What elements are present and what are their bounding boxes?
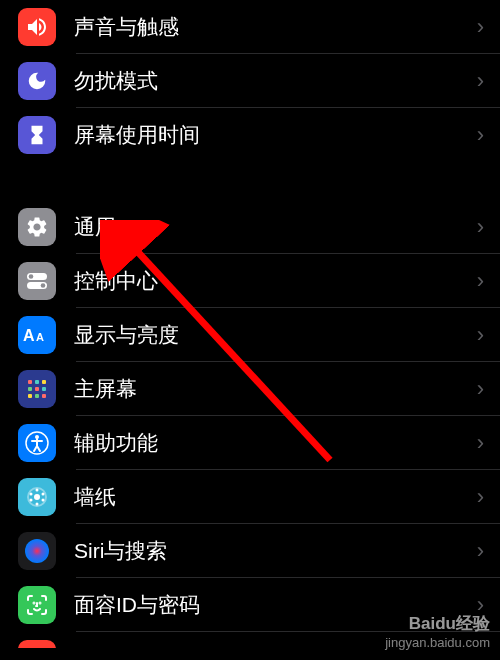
moon-icon	[18, 62, 56, 100]
svg-point-22	[30, 499, 33, 502]
settings-item-sound[interactable]: 声音与触感 ›	[0, 0, 500, 54]
settings-item-dnd[interactable]: 勿扰模式 ›	[0, 54, 500, 108]
svg-rect-11	[42, 387, 46, 391]
chevron-right-icon: ›	[477, 68, 484, 94]
svg-rect-10	[35, 387, 39, 391]
item-label: 勿扰模式	[74, 67, 477, 95]
svg-point-23	[30, 493, 33, 496]
sos-icon: SOS	[18, 640, 56, 648]
settings-item-accessibility[interactable]: 辅助功能 ›	[0, 416, 500, 470]
svg-rect-13	[35, 394, 39, 398]
chevron-right-icon: ›	[477, 376, 484, 402]
svg-point-1	[29, 274, 34, 279]
settings-item-general[interactable]: 通用 ›	[0, 200, 500, 254]
hourglass-icon	[18, 116, 56, 154]
watermark-brand: Baidu经验	[385, 613, 490, 635]
svg-rect-8	[42, 380, 46, 384]
svg-point-21	[36, 503, 39, 506]
svg-point-20	[42, 499, 45, 502]
item-label: 控制中心	[74, 267, 477, 295]
svg-rect-6	[28, 380, 32, 384]
svg-point-3	[41, 283, 46, 288]
accessibility-icon	[18, 424, 56, 462]
item-label: 主屏幕	[74, 375, 477, 403]
toggles-icon	[18, 262, 56, 300]
siri-icon	[18, 532, 56, 570]
item-label: 辅助功能	[74, 429, 477, 457]
svg-point-24	[25, 539, 49, 563]
svg-point-17	[34, 494, 40, 500]
settings-item-siri[interactable]: Siri与搜索 ›	[0, 524, 500, 578]
svg-point-25	[34, 603, 35, 604]
settings-item-wallpaper[interactable]: 墙纸 ›	[0, 470, 500, 524]
settings-item-display[interactable]: AA 显示与亮度 ›	[0, 308, 500, 362]
sound-icon	[18, 8, 56, 46]
chevron-right-icon: ›	[477, 430, 484, 456]
chevron-right-icon: ›	[477, 122, 484, 148]
item-label: Siri与搜索	[74, 537, 477, 565]
item-label: 显示与亮度	[74, 321, 477, 349]
settings-item-control-center[interactable]: 控制中心 ›	[0, 254, 500, 308]
item-label: 通用	[74, 213, 477, 241]
section-gap	[0, 162, 500, 200]
watermark-url: jingyan.baidu.com	[385, 635, 490, 652]
svg-point-26	[40, 603, 41, 604]
settings-item-screentime[interactable]: 屏幕使用时间 ›	[0, 108, 500, 162]
svg-rect-9	[28, 387, 32, 391]
settings-list: 声音与触感 › 勿扰模式 › 屏幕使用时间 › 通用 › 控制中心 › AA	[0, 0, 500, 648]
chevron-right-icon: ›	[477, 484, 484, 510]
svg-point-19	[42, 493, 45, 496]
item-label: 声音与触感	[74, 13, 477, 41]
svg-rect-12	[28, 394, 32, 398]
watermark: Baidu经验 jingyan.baidu.com	[385, 613, 490, 652]
chevron-right-icon: ›	[477, 538, 484, 564]
item-label: 墙纸	[74, 483, 477, 511]
chevron-right-icon: ›	[477, 214, 484, 240]
svg-rect-14	[42, 394, 46, 398]
chevron-right-icon: ›	[477, 322, 484, 348]
svg-rect-7	[35, 380, 39, 384]
settings-item-homescreen[interactable]: 主屏幕 ›	[0, 362, 500, 416]
home-screen-icon	[18, 370, 56, 408]
item-label: 屏幕使用时间	[74, 121, 477, 149]
text-size-icon: AA	[18, 316, 56, 354]
gear-icon	[18, 208, 56, 246]
chevron-right-icon: ›	[477, 14, 484, 40]
wallpaper-icon	[18, 478, 56, 516]
faceid-icon	[18, 586, 56, 624]
chevron-right-icon: ›	[477, 268, 484, 294]
svg-point-18	[36, 489, 39, 492]
svg-text:A: A	[36, 331, 44, 343]
svg-text:A: A	[23, 327, 35, 344]
